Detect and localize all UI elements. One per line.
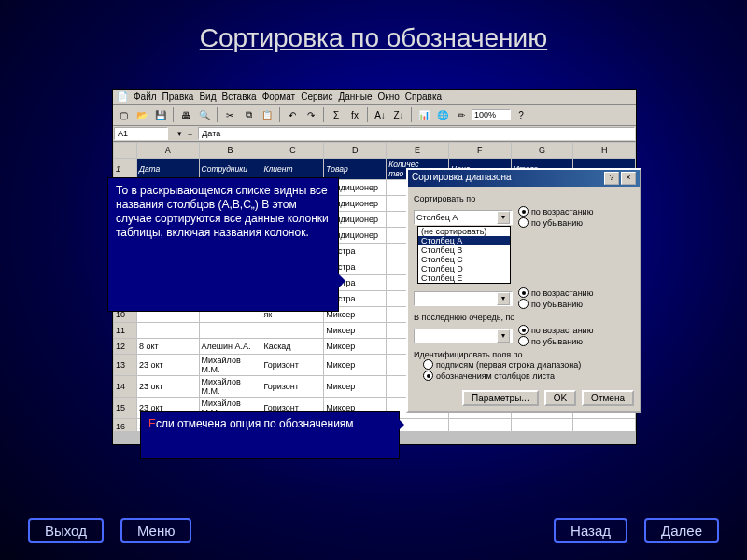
chevron-down-icon[interactable]: ▾ [497,329,510,343]
copy-icon[interactable]: ⧉ [240,106,257,123]
radio-desc-3[interactable] [518,336,529,346]
chart-icon[interactable]: 📊 [416,106,432,123]
dropdown-option[interactable]: Столбец E [418,273,510,283]
menu-help[interactable]: Справка [405,91,442,102]
sum-icon[interactable]: Σ [328,106,345,123]
chevron-down-icon[interactable]: ▾ [497,292,510,305]
dropdown-option[interactable]: (не сортировать) [418,227,510,236]
save-icon[interactable]: 💾 [152,106,169,123]
menu-window[interactable]: Окно [378,91,400,102]
sort-dropdown-list[interactable]: (не сортировать)Столбец AСтолбец BСтолбе… [417,226,511,284]
toolbar: ▢ 📂 💾 🖶 🔍 ✂ ⧉ 📋 ↶ ↷ Σ fx A↓ Z↓ 📊 🌐 ✏ 100… [113,105,636,126]
sort-dialog: Сортировка диапазона ? × Сортировать по … [406,168,641,413]
col-header[interactable]: H [573,143,636,159]
menu-file[interactable]: Файл [134,91,157,102]
open-icon[interactable]: 📂 [134,106,150,123]
then-by-combo[interactable]: ▾ [414,291,513,306]
radio-asc-1[interactable] [518,206,529,217]
ok-button[interactable]: OK [544,390,576,406]
exit-button[interactable]: Выход [28,518,104,543]
menu-button[interactable]: Меню [120,518,192,543]
next-button[interactable]: Далее [644,518,719,543]
help-icon[interactable]: ? [513,106,529,123]
cancel-button[interactable]: Отмена [582,390,634,406]
dropdown-option[interactable]: Столбец A [418,236,510,245]
new-icon[interactable]: ▢ [115,106,132,123]
slide-title: Сортировка по обозначению [0,0,747,53]
menu-edit[interactable]: Правка [162,91,194,102]
menu-data[interactable]: Данные [338,91,372,102]
help-button[interactable]: ? [604,172,619,185]
col-header[interactable]: D [324,143,387,159]
undo-icon[interactable]: ↶ [284,106,301,123]
menu-insert[interactable]: Вставка [221,91,256,102]
formula-bar: A1 ▾ = Дата [113,126,636,142]
callout-option: Если отмечена опция по обозначениям [140,411,400,459]
print-icon[interactable]: 🖶 [177,106,194,123]
dialog-title: Сортировка диапазона [412,172,512,185]
equals-label: = [182,129,198,138]
zoom-box[interactable]: 100% [472,109,511,120]
radio-asc-3[interactable] [518,325,529,335]
paste-icon[interactable]: 📋 [259,106,275,123]
sort-by-combo[interactable]: Столбец A▾ [414,210,513,225]
dropdown-option[interactable]: Столбец B [418,245,510,255]
params-button[interactable]: Параметры... [462,390,539,406]
sort-asc-icon[interactable]: A↓ [372,106,388,123]
radio-desc-2[interactable] [518,299,529,309]
radio-desc-1[interactable] [518,217,529,228]
nav-buttons: Выход Меню Назад Далее [0,518,747,543]
preview-icon[interactable]: 🔍 [196,106,213,123]
radio-asc-2[interactable] [518,287,529,298]
callout-columns: То в раскрывающемся списке видны все наз… [107,177,339,312]
chevron-down-icon[interactable]: ▾ [497,211,510,224]
menubar[interactable]: 📄 Файл Правка Вид Вставка Формат Сервис … [113,90,636,105]
cut-icon[interactable]: ✂ [221,106,238,123]
col-header[interactable]: B [199,143,261,159]
menu-tools[interactable]: Сервис [301,91,332,102]
col-header[interactable]: A [136,143,199,159]
dropdown-option[interactable]: Столбец C [418,255,510,264]
col-header[interactable]: E [387,143,449,159]
col-header[interactable]: C [261,143,324,159]
map-icon[interactable]: 🌐 [434,106,451,123]
redo-icon[interactable]: ↷ [303,106,319,123]
then-by2-combo[interactable]: ▾ [414,329,513,343]
menu-view[interactable]: Вид [199,91,216,102]
sort-desc-icon[interactable]: Z↓ [390,106,407,123]
name-box[interactable]: A1 [114,127,168,140]
close-button[interactable]: × [621,172,636,185]
drawing-icon[interactable]: ✏ [453,106,470,123]
col-header[interactable]: F [448,143,511,159]
formula-input[interactable]: Дата [198,127,635,140]
then-by2-label: В последнюю очередь, по [414,313,634,322]
identify-label: Идентифицировать поля по [414,350,634,359]
radio-labels[interactable] [423,359,433,370]
col-header[interactable]: G [511,143,573,159]
fx-icon[interactable]: fx [346,106,363,123]
dropdown-option[interactable]: Столбец D [418,264,510,273]
menu-format[interactable]: Формат [262,91,296,102]
back-button[interactable]: Назад [554,518,627,543]
sort-by-label: Сортировать по [414,194,634,203]
radio-designations[interactable] [423,371,433,381]
